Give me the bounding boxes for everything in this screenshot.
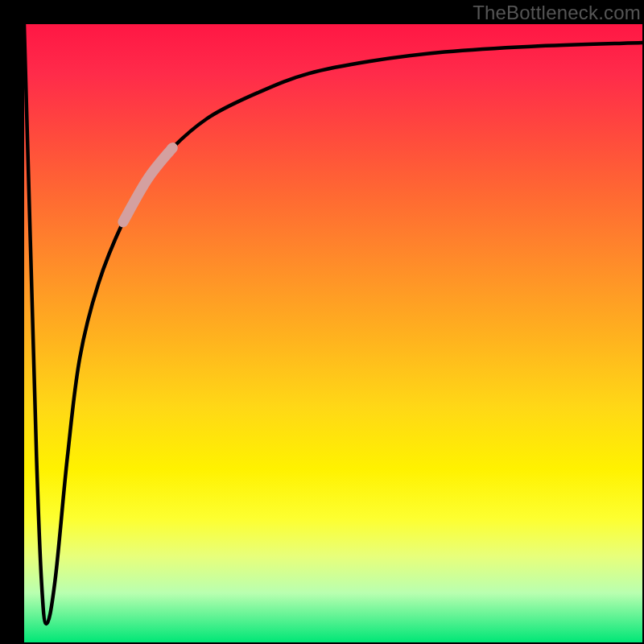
highlight-segment [123,148,172,222]
bottleneck-curve [24,24,642,624]
curve-layer [24,24,642,642]
plot-area [24,24,642,642]
chart-frame: TheBottleneck.com [0,0,644,644]
watermark-text: TheBottleneck.com [473,2,641,24]
